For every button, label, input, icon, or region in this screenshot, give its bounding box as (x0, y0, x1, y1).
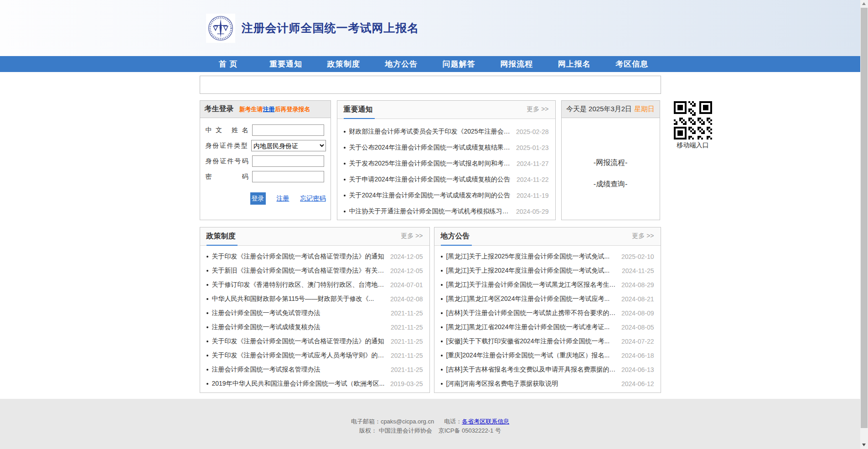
scroll-up-arrow-icon[interactable] (862, 2, 866, 5)
policy-item-text[interactable]: 关于新旧《注册会计师全国统一考试合格证管理办法》有关衔接... (212, 267, 386, 275)
local-list-item[interactable]: [河南]河南考区报名费电子票据获取说明 2024-06-12 (441, 377, 654, 391)
notice-suffix: 后再登录报名 (275, 106, 310, 113)
nav-item[interactable]: 政策制度 (315, 56, 373, 72)
policy-item-text[interactable]: 注册会计师全国统一考试成绩复核办法 (212, 323, 320, 331)
nav-item[interactable]: 首 页 (200, 56, 258, 72)
local-item-text[interactable]: [黑龙江]关于注册会计师全国统一考试黑龙江考区报名考生申... (446, 281, 617, 289)
notice-list-item[interactable]: 关于发布2025年注册会计师全国统一考试报名时间和考试时... 2024-11-… (344, 156, 549, 170)
policy-list-item[interactable]: 注册会计师全国统一考试免试管理办法 2021-11-25 (207, 306, 423, 320)
local-list-item[interactable]: [黑龙江]黑龙江考区2024年注册会计师全国统一考试应考... 2024-08-… (441, 292, 654, 306)
nav-item[interactable]: 考区信息 (603, 56, 661, 72)
policy-list-item[interactable]: 关于印发《注册会计师全国统一考试合格证管理办法》的通知 2024-12-05 (207, 249, 423, 263)
notice-item-date: 2024-11-22 (512, 176, 549, 183)
local-item-text[interactable]: [河南]河南考区报名费电子票据获取说明 (446, 380, 558, 388)
bullet-icon (207, 284, 208, 286)
local-list-item[interactable]: [黑龙江]黑龙江省2024年注册会计师全国统一考试准考证... 2024-08-… (441, 320, 654, 334)
local-item-date: 2024-06-13 (617, 366, 654, 373)
local-item-date: 2024-08-09 (617, 310, 654, 317)
policy-item-text[interactable]: 关于印发《注册会计师全国统一考试应考人员考场守则》的通知 (212, 351, 386, 360)
local-list-item[interactable]: [黑龙江]关于注册会计师全国统一考试黑龙江考区报名考生申... 2024-08-… (441, 278, 654, 292)
notice-list-item[interactable]: 中注协关于开通注册会计师全国统一考试机考模拟练习网站的公... 2024-05-… (344, 204, 549, 218)
local-list-item[interactable]: [黑龙江]关于上报2024年度注册会计师全国统一考试免试... 2024-11-… (441, 263, 654, 278)
policy-item-date: 2021-11-25 (386, 366, 423, 373)
policy-item-date: 2021-11-25 (386, 310, 423, 317)
id-number-input[interactable] (252, 155, 324, 167)
forgot-password-link[interactable]: 忘记密码 (300, 195, 326, 203)
login-panel: 考生登录 新考生请注册后再登录报名 中文 姓名 身份证件类型 内地居民身份证 (200, 100, 331, 220)
quick-link[interactable]: -网报流程- (562, 158, 660, 168)
local-item-text[interactable]: [黑龙江]关于上报2025年度注册会计师全国统一考试免试... (446, 253, 610, 261)
local-item-text[interactable]: [重庆]2024年注册会计师全国统一考试（重庆地区）报名... (446, 351, 610, 360)
policy-list-item[interactable]: 关于印发《注册会计师全国统一考试应考人员考场守则》的通知 2021-11-25 (207, 348, 423, 362)
name-input[interactable] (252, 124, 324, 136)
contact-info-link[interactable]: 各省考区联系信息 (462, 418, 509, 425)
notice-item-text[interactable]: 关于发布2025年注册会计师全国统一考试报名时间和考试时... (349, 160, 512, 168)
policy-list-item[interactable]: 中华人民共和国财政部令第115号——财政部关于修改《... 2024-02-08 (207, 292, 423, 306)
bullet-icon (344, 163, 346, 165)
local-list-item[interactable]: [吉林]关于注册会计师全国统一考试禁止携带不符合要求的计... 2024-08-… (441, 306, 654, 320)
notice-list-item[interactable]: 关于申请2024年注册会计师全国统一考试成绩复核的公告 2024-11-22 (344, 172, 549, 186)
policy-list-item[interactable]: 2019年中华人民共和国注册会计师全国统一考试（欧洲考区... 2019-03-… (207, 377, 423, 391)
local-item-text[interactable]: [黑龙江]黑龙江省2024年注册会计师全国统一考试准考证... (446, 323, 610, 331)
register-inline-link[interactable]: 注册 (263, 106, 275, 113)
local-list-item[interactable]: [安徽]关于下载打印安徽省2024年注册会计师全国统一考... 2024-07-… (441, 334, 654, 348)
bullet-icon (441, 355, 443, 356)
scrollbar-thumb[interactable] (861, 8, 868, 428)
local-item-date: 2024-06-12 (617, 380, 654, 387)
local-list-item[interactable]: [黑龙江]关于上报2025年度注册会计师全国统一考试免试... 2025-02-… (441, 249, 654, 263)
policy-item-text[interactable]: 关于修订印发《香港特别行政区、澳门特别行政区、台湾地区居... (212, 281, 386, 289)
policy-list-item[interactable]: 注册会计师全国统一考试成绩复核办法 2021-11-25 (207, 320, 423, 334)
notice-list-item[interactable]: 关于2024年注册会计师全国统一考试成绩发布时间的公告 2024-11-19 (344, 188, 549, 202)
policy-item-text[interactable]: 关于印发《注册会计师全国统一考试合格证管理办法》的通知 (212, 337, 384, 346)
qr-code-image (674, 101, 712, 139)
policy-list-item[interactable]: 关于修订印发《香港特别行政区、澳门特别行政区、台湾地区居... 2024-07-… (207, 278, 423, 292)
nav-item[interactable]: 地方公告 (372, 56, 430, 72)
local-item-date: 2024-08-29 (617, 281, 654, 289)
notice-list-item[interactable]: 关于公布2024年注册会计师全国统一考试成绩复核结果的公... 2025-01-… (344, 140, 549, 155)
policy-more-link[interactable]: 更多 >> (401, 227, 423, 240)
notice-item-text[interactable]: 中注协关于开通注册会计师全国统一考试机考模拟练习网站的公... (349, 207, 512, 216)
policy-list-item[interactable]: 注册会计师全国统一考试报名管理办法 2021-11-25 (207, 362, 423, 377)
local-more-link[interactable]: 更多 >> (632, 227, 654, 240)
policy-panel: 政策制度 更多 >> 关于印发《注册会计师全国统一考试合格证管理办法》的通知 2… (200, 227, 430, 393)
notices-more-link[interactable]: 更多 >> (527, 101, 548, 114)
notice-item-text[interactable]: 关于公布2024年注册会计师全国统一考试成绩复核结果的公... (349, 144, 512, 152)
local-item-date: 2024-11-25 (617, 267, 654, 274)
policy-item-text[interactable]: 注册会计师全国统一考试免试管理办法 (212, 309, 320, 317)
nav-item[interactable]: 重要通知 (257, 56, 315, 72)
bullet-icon (207, 383, 208, 385)
scroll-down-arrow-icon[interactable] (862, 444, 866, 446)
vertical-scrollbar[interactable] (860, 0, 868, 449)
qr-label: 移动端入口 (670, 141, 716, 150)
notice-item-date: 2025-02-28 (512, 128, 549, 135)
notice-item-text[interactable]: 财政部注册会计师考试委员会关于印发《2025年注册会计师... (349, 128, 512, 136)
bullet-icon (207, 270, 208, 272)
policy-item-text[interactable]: 2019年中华人民共和国注册会计师全国统一考试（欧洲考区... (212, 380, 385, 388)
quick-link[interactable]: -成绩查询- (562, 180, 660, 189)
local-item-text[interactable]: [吉林]关于吉林省报名考生交费以及申请开具报名费票据的通... (446, 366, 617, 374)
nav-item[interactable]: 网报流程 (488, 56, 546, 72)
id-type-select[interactable]: 内地居民身份证 (251, 140, 326, 151)
local-item-text[interactable]: [黑龙江]关于上报2024年度注册会计师全国统一考试免试... (446, 267, 610, 275)
register-link[interactable]: 注册 (277, 195, 289, 203)
password-input[interactable] (252, 171, 324, 182)
nav-item[interactable]: 网上报名 (546, 56, 604, 72)
local-list-item[interactable]: [重庆]2024年注册会计师全国统一考试（重庆地区）报名... 2024-06-… (441, 348, 654, 362)
bullet-icon (441, 326, 443, 328)
nav-item[interactable]: 问题解答 (430, 56, 488, 72)
policy-list-item[interactable]: 关于印发《注册会计师全国统一考试合格证管理办法》的通知 2021-11-25 (207, 334, 423, 348)
login-button[interactable]: 登录 (250, 192, 266, 205)
policy-item-text[interactable]: 注册会计师全国统一考试报名管理办法 (212, 366, 320, 374)
local-list-item[interactable]: [吉林]关于吉林省报名考生交费以及申请开具报名费票据的通... 2024-06-… (441, 362, 654, 377)
notice-item-date: 2024-11-19 (512, 192, 549, 199)
notice-item-text[interactable]: 关于2024年注册会计师全国统一考试成绩发布时间的公告 (349, 191, 510, 200)
policy-item-text[interactable]: 中华人民共和国财政部令第115号——财政部关于修改《... (212, 295, 374, 303)
policy-item-text[interactable]: 关于印发《注册会计师全国统一考试合格证管理办法》的通知 (212, 253, 384, 261)
notice-list-item[interactable]: 财政部注册会计师考试委员会关于印发《2025年注册会计师... 2025-02-… (344, 124, 549, 139)
local-item-text[interactable]: [黑龙江]黑龙江考区2024年注册会计师全国统一考试应考... (446, 295, 610, 303)
local-item-text[interactable]: [吉林]关于注册会计师全国统一考试禁止携带不符合要求的计... (446, 309, 617, 317)
policy-list-item[interactable]: 关于新旧《注册会计师全国统一考试合格证管理办法》有关衔接... 2024-12-… (207, 263, 423, 278)
notice-item-text[interactable]: 关于申请2024年注册会计师全国统一考试成绩复核的公告 (349, 175, 510, 184)
id-type-label: 身份证件类型 (206, 142, 248, 150)
local-item-text[interactable]: [安徽]关于下载打印安徽省2024年注册会计师全国统一考... (446, 337, 610, 346)
